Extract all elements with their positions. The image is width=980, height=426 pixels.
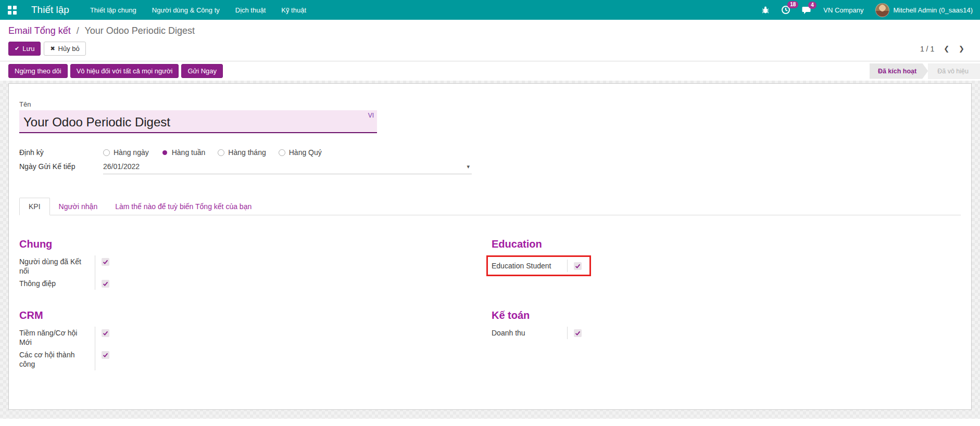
next-run-date-field[interactable]: ▾ <box>103 161 472 174</box>
checkbox-check-icon <box>103 259 108 265</box>
breadcrumb-separator: / <box>77 25 79 36</box>
radio-icon <box>103 149 110 156</box>
top-navbar: Thiết lập Thiết lập chung Người dùng & C… <box>0 0 980 20</box>
radio-icon <box>218 149 224 156</box>
user-name: Mitchell Admin (0_saas14) <box>894 6 973 14</box>
content-background: Tên VI Định kỳ Hàng ngày Hàng tuần Hàng … <box>0 81 980 419</box>
checkbox-check-icon <box>103 330 108 336</box>
menu-general-settings[interactable]: Thiết lập chung <box>90 5 136 15</box>
tab-recipients[interactable]: Người nhận <box>50 198 107 215</box>
discard-button[interactable]: ✖ Hủy bỏ <box>44 42 85 56</box>
app-title[interactable]: Thiết lập <box>31 4 69 16</box>
deactivate-for-all-button[interactable]: Vô hiệu đối với tất cả mọi người <box>70 64 179 78</box>
tab-customize[interactable]: Làm thế nào để tuỳ biến Tổng kết của bạn <box>106 198 260 215</box>
checkbox-messages[interactable] <box>102 280 109 288</box>
top-menu: Thiết lập chung Người dùng & Công ty Dịc… <box>90 5 306 15</box>
checkbox-connected-users[interactable] <box>102 258 109 266</box>
checkbox-revenue[interactable] <box>574 329 582 337</box>
breadcrumb-current: Your Odoo Periodic Digest <box>84 25 194 36</box>
kpi-section-general: Chung Người dùng đã Kết nối Thông điệp <box>19 238 492 290</box>
radio-icon <box>279 149 285 156</box>
form-status-header: Ngừng theo dõi Vô hiệu đối với tất cả mọ… <box>0 61 980 81</box>
checkbox-check-icon <box>575 330 581 336</box>
kpi-row-revenue: Doanh thu <box>492 327 961 339</box>
radio-weekly[interactable]: Hàng tuần <box>161 148 206 157</box>
pager: 1 / 1 ❮ ❯ <box>920 45 972 53</box>
breadcrumb-parent-link[interactable]: Email Tổng kết <box>8 25 71 36</box>
kpi-section-crm: CRM Tiềm năng/Cơ hội Mới Các cơ hội thàn… <box>19 309 492 370</box>
menu-technical[interactable]: Kỹ thuật <box>281 5 306 15</box>
kpi-grid: Chung Người dùng đã Kết nối Thông điệp <box>19 238 961 370</box>
activities-icon[interactable]: 18 <box>781 5 790 15</box>
debug-icon[interactable] <box>761 6 770 14</box>
periodicity-label: Định kỳ <box>19 147 103 157</box>
unfollow-button[interactable]: Ngừng theo dõi <box>8 64 68 78</box>
kpi-section-education: Education Education Student <box>492 238 961 290</box>
company-switcher[interactable]: VN Company <box>823 6 863 14</box>
pager-value: 1 / 1 <box>920 45 934 53</box>
statusbar: Đã kích hoạt Đã vô hiệu <box>870 63 980 79</box>
messages-icon[interactable]: 4 <box>802 6 812 15</box>
notebook-tabs: KPI Người nhận Làm thế nào để tuỳ biến T… <box>19 196 961 215</box>
name-field: VI <box>19 110 377 133</box>
close-icon: ✖ <box>50 45 55 52</box>
status-step-activated[interactable]: Đã kích hoạt <box>870 63 928 79</box>
name-input[interactable] <box>19 110 377 132</box>
messages-count-badge: 4 <box>808 2 816 9</box>
checkbox-new-leads[interactable] <box>102 329 109 337</box>
kpi-row-new-leads: Tiềm năng/Cơ hội Mới <box>19 327 492 348</box>
translation-badge[interactable]: VI <box>368 112 374 119</box>
breadcrumb: Email Tổng kết / Your Odoo Periodic Dige… <box>8 25 972 36</box>
checkbox-education-student[interactable] <box>574 262 582 270</box>
save-button[interactable]: ✔ Lưu <box>8 42 41 56</box>
checkbox-won-opportunities[interactable] <box>102 351 109 359</box>
radio-selected-icon <box>161 149 168 156</box>
apps-menu-button[interactable] <box>0 0 24 20</box>
control-panel: Email Tổng kết / Your Odoo Periodic Dige… <box>0 20 980 61</box>
kpi-row-connected-users: Người dùng đã Kết nối <box>19 255 492 277</box>
checkbox-check-icon <box>575 263 581 269</box>
radio-daily[interactable]: Hàng ngày <box>103 148 149 157</box>
chevron-left-icon[interactable]: ❮ <box>944 45 949 53</box>
section-title: Education <box>492 238 961 250</box>
send-now-button[interactable]: Gửi Ngay <box>181 64 223 78</box>
section-title: Kế toán <box>492 309 961 321</box>
check-icon: ✔ <box>15 45 19 52</box>
checkbox-check-icon <box>103 352 108 358</box>
kpi-row-messages: Thông điệp <box>19 277 492 290</box>
status-step-deactivated[interactable]: Đã vô hiệu <box>928 63 980 79</box>
user-menu[interactable]: Mitchell Admin (0_saas14) <box>875 3 973 17</box>
kpi-row-won-opportunities: Các cơ hội thành công <box>19 348 492 370</box>
tab-kpi[interactable]: KPI <box>19 198 50 215</box>
kpi-row-education-student: Education Student <box>492 260 585 272</box>
activities-count-badge: 18 <box>787 1 798 8</box>
kpi-section-accounting: Kế toán Doanh thu <box>492 309 961 370</box>
form-sheet: Tên VI Định kỳ Hàng ngày Hàng tuần Hàng … <box>8 83 972 410</box>
checkbox-check-icon <box>103 281 108 287</box>
next-run-label: Ngày Gửi Kế tiếp <box>19 161 103 174</box>
name-field-label: Tên <box>19 100 961 108</box>
topbar-systray: 18 4 VN Company Mitchell Admin (0_saas14… <box>761 3 973 17</box>
section-title: Chung <box>19 238 492 250</box>
radio-quarterly[interactable]: Hàng Quý <box>279 148 322 157</box>
chevron-right-icon[interactable]: ❯ <box>959 45 964 53</box>
menu-users-companies[interactable]: Người dùng & Công ty <box>152 5 220 15</box>
radio-monthly[interactable]: Hàng tháng <box>218 148 266 157</box>
highlight-annotation-box: Education Student <box>486 255 591 276</box>
apps-grid-icon <box>8 6 17 15</box>
caret-down-icon: ▾ <box>467 163 470 170</box>
section-title: CRM <box>19 309 492 321</box>
user-avatar <box>875 3 889 17</box>
periodicity-radio-group: Hàng ngày Hàng tuần Hàng tháng Hàng Quý <box>103 147 322 157</box>
menu-translations[interactable]: Dịch thuật <box>235 5 266 15</box>
next-run-date-input[interactable] <box>103 162 467 171</box>
